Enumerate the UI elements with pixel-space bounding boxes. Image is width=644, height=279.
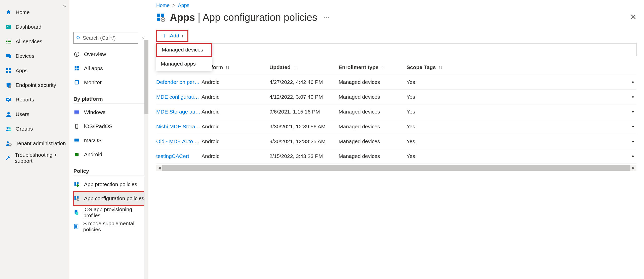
reports-icon: [5, 96, 12, 103]
table-row[interactable]: Defender on personal …Android4/27/2022, …: [156, 75, 636, 90]
scroll-left-icon[interactable]: ◀: [156, 166, 162, 170]
svg-rect-31: [75, 81, 78, 84]
row-more-icon[interactable]: •: [632, 123, 636, 130]
svg-rect-33: [74, 114, 79, 115]
nav-troubleshoot[interactable]: Troubleshooting + support: [0, 151, 69, 165]
subnav-label: S mode supplemental policies: [83, 220, 144, 233]
breadcrumb-home[interactable]: Home: [156, 3, 170, 8]
tenant-admin-icon: [5, 140, 12, 147]
policy-link[interactable]: testingCACert: [156, 153, 189, 159]
table-header-row: Platform↑↓ Updated↑↓ Enrollment type↑↓ S…: [156, 60, 636, 75]
nav-label: Tenant administration: [16, 140, 66, 146]
svg-rect-10: [9, 68, 11, 70]
nav-users[interactable]: Users: [0, 107, 69, 122]
monitor-icon: [73, 79, 80, 86]
cell-enrollment: Managed devices: [339, 153, 407, 159]
row-more-icon[interactable]: •: [632, 94, 636, 100]
nav-home[interactable]: Home: [0, 5, 69, 20]
table-row[interactable]: Nishi MDE Storage Au…Android9/30/2021, 1…: [156, 119, 636, 134]
apps-grid-icon: [73, 65, 80, 72]
policy-link[interactable]: MDE Storage auto gra…: [156, 109, 202, 115]
sort-icon: ↑↓: [293, 65, 297, 70]
nav-tenant-admin[interactable]: Tenant administration: [0, 136, 69, 151]
secondary-nav-scrollbar[interactable]: [144, 40, 148, 279]
collapse-primary-nav-icon[interactable]: «: [63, 3, 66, 8]
svg-rect-3: [6, 43, 7, 43]
svg-point-59: [162, 19, 164, 20]
scroll-right-icon[interactable]: ▶: [630, 166, 636, 170]
cell-updated: 2/15/2022, 3:43:23 PM: [269, 153, 339, 159]
nav-label: Apps: [16, 68, 28, 74]
search-input[interactable]: Search (Ctrl+/): [73, 32, 138, 44]
search-icon: [76, 36, 81, 40]
cell-enrollment: Managed devices: [339, 94, 407, 100]
policy-link[interactable]: Old - MDE Auto Grant…: [156, 138, 202, 144]
svg-point-13: [9, 85, 11, 88]
subnav-windows[interactable]: Windows: [73, 105, 144, 119]
app-config-title-icon: [156, 13, 166, 22]
row-more-icon[interactable]: •: [632, 108, 636, 115]
svg-rect-57: [157, 18, 160, 21]
subnav-ios-provisioning[interactable]: iOS app provisioning profiles: [73, 205, 144, 219]
page-title: Apps | App configuration policies: [170, 12, 317, 23]
subnav-label: macOS: [84, 137, 102, 143]
nav-apps[interactable]: Apps: [0, 63, 69, 78]
nav-dashboard[interactable]: Dashboard: [0, 20, 69, 34]
subnav-label: All apps: [84, 65, 103, 71]
android-icon: [73, 151, 80, 158]
subnav-app-configuration[interactable]: App configuration policies: [73, 191, 144, 205]
subnav-android[interactable]: Android: [73, 147, 144, 161]
svg-point-21: [77, 36, 79, 39]
table-row[interactable]: testingCACertAndroid2/15/2022, 3:43:23 P…: [156, 149, 636, 164]
policy-link[interactable]: MDE configuration po…: [156, 94, 202, 100]
row-more-icon[interactable]: •: [632, 138, 636, 145]
nav-devices[interactable]: Devices: [0, 49, 69, 63]
nav-reports[interactable]: Reports: [0, 92, 69, 107]
table-row[interactable]: MDE Storage auto gra…Android9/6/2021, 1:…: [156, 104, 636, 119]
dropdown-managed-apps[interactable]: Managed apps: [156, 57, 212, 71]
svg-point-24: [76, 53, 77, 53]
nav-endpoint-security[interactable]: Endpoint security: [0, 78, 69, 92]
svg-rect-27: [77, 66, 79, 68]
row-more-icon[interactable]: •: [632, 79, 636, 85]
user-icon: [5, 111, 12, 118]
command-bar: ＋ Add ▾ Managed devices Managed apps: [156, 30, 636, 59]
svg-rect-11: [6, 71, 8, 73]
nav-label: Home: [16, 9, 30, 15]
policy-link[interactable]: Defender on personal …: [156, 79, 202, 85]
col-updated[interactable]: Updated↑↓: [269, 64, 339, 70]
subnav-ios[interactable]: iOS/iPadOS: [73, 119, 144, 133]
cell-scope: Yes: [407, 109, 471, 115]
cell-platform: Android: [202, 153, 269, 159]
table-row[interactable]: MDE configuration po…Android4/12/2022, 3…: [156, 90, 636, 104]
collapse-secondary-nav-icon[interactable]: «: [142, 35, 144, 41]
col-enrollment-type[interactable]: Enrollment type↑↓: [339, 64, 407, 70]
apps-icon: [5, 67, 12, 74]
nav-groups[interactable]: Groups: [0, 122, 69, 136]
filter-input[interactable]: [209, 43, 636, 56]
subnav-app-protection[interactable]: App protection policies: [73, 177, 144, 191]
col-scope-tags[interactable]: Scope Tags↑↓: [407, 64, 471, 70]
title-more-icon[interactable]: ⋯: [323, 14, 330, 21]
cell-updated: 4/12/2022, 3:07:40 PM: [269, 94, 339, 100]
subnav-all-apps[interactable]: All apps: [73, 61, 144, 75]
add-button[interactable]: ＋ Add ▾: [156, 30, 188, 42]
table-row[interactable]: Old - MDE Auto Grant…Android9/30/2021, 1…: [156, 134, 636, 149]
close-blade-icon[interactable]: ✕: [630, 13, 636, 21]
cell-updated: 4/27/2022, 4:42:46 PM: [269, 79, 339, 85]
horizontal-scrollbar[interactable]: ◀ ▶: [156, 165, 636, 171]
nav-label: All services: [16, 38, 42, 44]
dropdown-managed-devices[interactable]: Managed devices: [156, 43, 212, 57]
group-icon: [5, 125, 12, 132]
subnav-smode[interactable]: S mode supplemental policies: [73, 219, 144, 234]
policy-link[interactable]: Nishi MDE Storage Au…: [156, 124, 202, 130]
subnav-monitor[interactable]: Monitor: [73, 75, 144, 89]
subnav-macos[interactable]: macOS: [73, 133, 144, 147]
nav-all-services[interactable]: All services: [0, 34, 69, 49]
breadcrumb-apps[interactable]: Apps: [178, 3, 189, 8]
svg-point-18: [9, 127, 11, 129]
row-more-icon[interactable]: •: [632, 153, 636, 159]
nav-label: Dashboard: [16, 24, 42, 30]
cell-enrollment: Managed devices: [339, 79, 407, 85]
subnav-overview[interactable]: Overview: [73, 47, 144, 61]
